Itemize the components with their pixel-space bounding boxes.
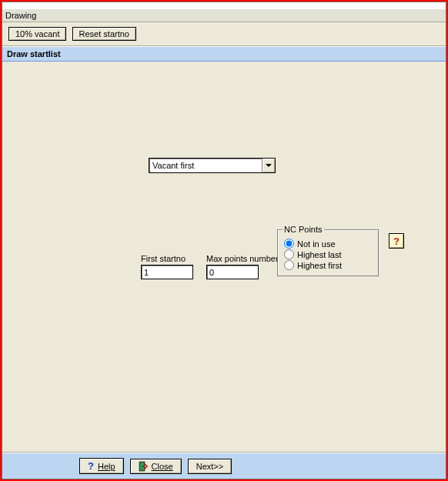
vacant-order-dropdown[interactable]: Vacant first xyxy=(149,158,276,173)
radio-label: Highest last xyxy=(297,250,341,259)
help-button[interactable]: ? Help xyxy=(79,458,124,474)
radio-input[interactable] xyxy=(284,260,294,270)
nc-points-help-icon[interactable]: ? xyxy=(389,233,404,249)
ten-percent-vacant-button[interactable]: 10% vacant xyxy=(8,27,66,41)
next-button[interactable]: Next>> xyxy=(188,459,232,474)
nc-highest-first-radio[interactable]: Highest first xyxy=(284,260,372,270)
chevron-down-icon[interactable] xyxy=(262,159,275,172)
reset-startno-button[interactable]: Reset startno xyxy=(72,27,136,41)
close-button-label: Close xyxy=(152,462,173,471)
radio-input[interactable] xyxy=(284,239,294,249)
help-button-label: Help xyxy=(98,462,115,471)
radio-input[interactable] xyxy=(284,249,294,259)
help-icon: ? xyxy=(88,460,94,472)
nc-points-group: NC Points Not in use Highest last Highes… xyxy=(277,229,379,276)
nc-points-legend: NC Points xyxy=(283,225,324,234)
window-title-edge xyxy=(2,2,446,8)
radio-label: Not in use xyxy=(297,239,336,249)
menu-drawing[interactable]: Drawing xyxy=(5,11,36,20)
section-header: Draw startlist xyxy=(2,46,446,62)
first-startno-label: First startno xyxy=(141,254,193,263)
door-exit-icon xyxy=(139,461,148,472)
svg-point-2 xyxy=(142,466,144,467)
first-startno-input[interactable] xyxy=(141,265,193,279)
nc-not-in-use-radio[interactable]: Not in use xyxy=(284,239,372,249)
main-panel: Vacant first First startno Max points nu… xyxy=(2,62,446,453)
dropdown-value: Vacant first xyxy=(149,159,262,172)
max-points-label: Max points number xyxy=(206,254,279,263)
menu-bar: Drawing xyxy=(2,8,446,22)
max-points-input[interactable] xyxy=(206,265,259,279)
radio-label: Highest first xyxy=(297,261,342,270)
footer-bar: ? Help Close Next>> xyxy=(2,453,446,479)
close-button[interactable]: Close xyxy=(130,459,182,474)
nc-highest-last-radio[interactable]: Highest last xyxy=(284,249,372,259)
next-button-label: Next>> xyxy=(196,462,223,471)
toolbar: 10% vacant Reset startno xyxy=(2,22,446,46)
